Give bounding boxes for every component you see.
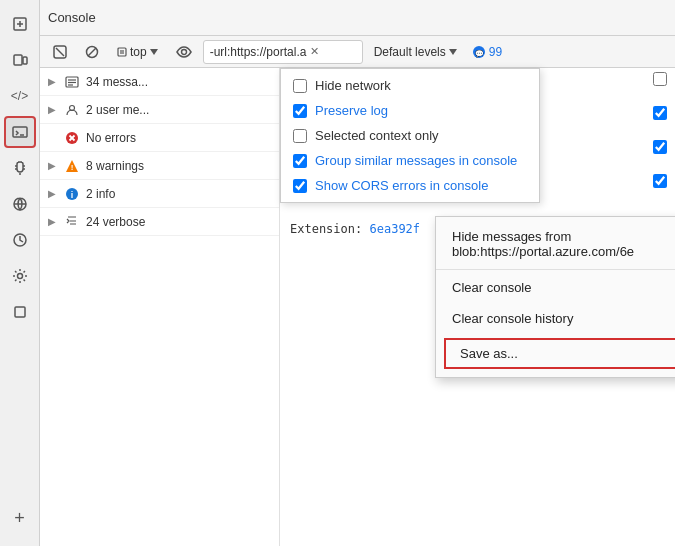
expand-arrow: ▶ bbox=[48, 188, 58, 199]
preserve-log-item[interactable]: Preserve log bbox=[281, 98, 539, 123]
list-item-label: 8 warnings bbox=[86, 159, 144, 173]
selected-context-label: Selected context only bbox=[315, 128, 439, 143]
panel-title: Console bbox=[48, 10, 96, 25]
hide-network-item[interactable]: Hide network bbox=[281, 73, 539, 98]
verbose-icon bbox=[64, 214, 80, 230]
levels-dropdown-panel: Hide network Preserve log Selected conte… bbox=[280, 68, 540, 203]
selected-context-checkbox[interactable] bbox=[293, 129, 307, 143]
svg-text:i: i bbox=[71, 190, 74, 200]
levels-label: Default levels bbox=[374, 45, 446, 59]
group-similar-checkbox[interactable] bbox=[293, 154, 307, 168]
sidebar-icon-performance[interactable] bbox=[4, 224, 36, 256]
messages-icon bbox=[64, 74, 80, 90]
console-log-link[interactable]: 6ea392f bbox=[369, 222, 420, 236]
right-check-1[interactable] bbox=[653, 72, 667, 86]
divider-1 bbox=[436, 269, 675, 270]
sidebar-icon-device[interactable] bbox=[4, 44, 36, 76]
expand-arrow: ▶ bbox=[48, 216, 58, 227]
eye-button[interactable] bbox=[169, 40, 199, 64]
sidebar-icon-settings[interactable] bbox=[4, 260, 36, 292]
list-item-label: 34 messa... bbox=[86, 75, 148, 89]
clear-history-item[interactable]: Clear console history bbox=[436, 303, 675, 334]
right-check-4[interactable] bbox=[653, 174, 667, 188]
clear-console-label: Clear console bbox=[452, 280, 532, 295]
url-filter-clear[interactable]: ✕ bbox=[310, 45, 319, 58]
list-item-label: 24 verbose bbox=[86, 215, 145, 229]
list-item-label: No errors bbox=[86, 131, 136, 145]
save-as-label: Save as... bbox=[460, 346, 518, 361]
content-area: ▶ 34 messa... ▶ bbox=[40, 68, 675, 546]
cors-errors-label: Show CORS errors in console bbox=[315, 178, 488, 193]
url-filter-text: -url:https://portal.a bbox=[210, 45, 307, 59]
sidebar-icon-network[interactable] bbox=[4, 188, 36, 220]
toolbar: top -url:https://portal.a ✕ Default leve… bbox=[40, 36, 675, 68]
levels-dropdown[interactable]: Default levels bbox=[367, 40, 464, 64]
sidebar: </> + bbox=[0, 0, 40, 546]
svg-text:!: ! bbox=[71, 163, 74, 172]
info-icon: i bbox=[64, 186, 80, 202]
list-item[interactable]: ▶ 2 user me... bbox=[40, 96, 279, 124]
message-count-badge: 💬 99 bbox=[468, 45, 506, 59]
cors-errors-item[interactable]: Show CORS errors in console bbox=[281, 173, 539, 198]
hide-network-label: Hide network bbox=[315, 78, 391, 93]
user-icon bbox=[64, 102, 80, 118]
group-similar-label: Group similar messages in console bbox=[315, 153, 517, 168]
sidebar-icon-add[interactable]: + bbox=[4, 502, 36, 534]
list-item-label: 2 user me... bbox=[86, 103, 149, 117]
list-item-label: 2 info bbox=[86, 187, 115, 201]
save-as-item[interactable]: Save as... bbox=[444, 338, 675, 369]
cors-errors-checkbox[interactable] bbox=[293, 179, 307, 193]
preserve-log-label: Preserve log bbox=[315, 103, 388, 118]
list-item[interactable]: ▶ 34 messa... bbox=[40, 68, 279, 96]
context-selector[interactable]: top bbox=[110, 40, 165, 64]
hide-messages-item[interactable]: Hide messages from blob:https://portal.a… bbox=[436, 221, 675, 267]
selected-context-item[interactable]: Selected context only bbox=[281, 123, 539, 148]
warning-icon: ! bbox=[64, 158, 80, 174]
context-label: top bbox=[130, 45, 147, 59]
svg-line-8 bbox=[56, 48, 64, 56]
right-panel: Hide network Preserve log Selected conte… bbox=[280, 68, 675, 546]
svg-point-14 bbox=[181, 49, 186, 54]
list-item[interactable]: ▶ i 2 info bbox=[40, 180, 279, 208]
svg-text:💬: 💬 bbox=[474, 48, 483, 57]
expand-arrow: ▶ bbox=[48, 76, 58, 87]
list-item[interactable]: No errors bbox=[40, 124, 279, 152]
context-menu: Hide messages from blob:https://portal.a… bbox=[435, 216, 675, 378]
clear-button[interactable] bbox=[46, 40, 74, 64]
right-check-2[interactable] bbox=[653, 106, 667, 120]
sidebar-icon-debug[interactable] bbox=[4, 152, 36, 184]
preserve-log-checkbox[interactable] bbox=[293, 104, 307, 118]
sidebar-icon-code[interactable]: </> bbox=[4, 80, 36, 112]
hide-network-checkbox[interactable] bbox=[293, 79, 307, 93]
sidebar-icon-layers[interactable] bbox=[4, 296, 36, 328]
no-sign-button[interactable] bbox=[78, 40, 106, 64]
list-item[interactable]: ▶ ! 8 warnings bbox=[40, 152, 279, 180]
sidebar-icon-inspect[interactable] bbox=[4, 8, 36, 40]
clear-history-label: Clear console history bbox=[452, 311, 573, 326]
svg-rect-6 bbox=[15, 307, 25, 317]
expand-arrow: ▶ bbox=[48, 160, 58, 171]
url-filter-field[interactable]: -url:https://portal.a ✕ bbox=[203, 40, 363, 64]
right-check-3[interactable] bbox=[653, 140, 667, 154]
expand-arrow: ▶ bbox=[48, 104, 58, 115]
sidebar-icon-console[interactable] bbox=[4, 116, 36, 148]
topbar: Console bbox=[40, 0, 675, 36]
group-similar-item[interactable]: Group similar messages in console bbox=[281, 148, 539, 173]
count-number: 99 bbox=[489, 45, 502, 59]
svg-line-10 bbox=[88, 48, 96, 56]
list-item[interactable]: ▶ 24 verbose bbox=[40, 208, 279, 236]
right-checkboxes bbox=[653, 72, 667, 188]
message-list: ▶ 34 messa... ▶ bbox=[40, 68, 280, 546]
console-log-text: Extension: bbox=[290, 222, 362, 236]
hide-messages-label: Hide messages from blob:https://portal.a… bbox=[452, 229, 634, 259]
error-icon bbox=[64, 130, 80, 146]
main-panel: Console top bbox=[40, 0, 675, 546]
svg-rect-2 bbox=[23, 57, 27, 64]
svg-rect-11 bbox=[118, 48, 126, 56]
svg-rect-1 bbox=[14, 55, 22, 65]
svg-point-5 bbox=[17, 274, 22, 279]
clear-console-item[interactable]: Clear console bbox=[436, 272, 675, 303]
